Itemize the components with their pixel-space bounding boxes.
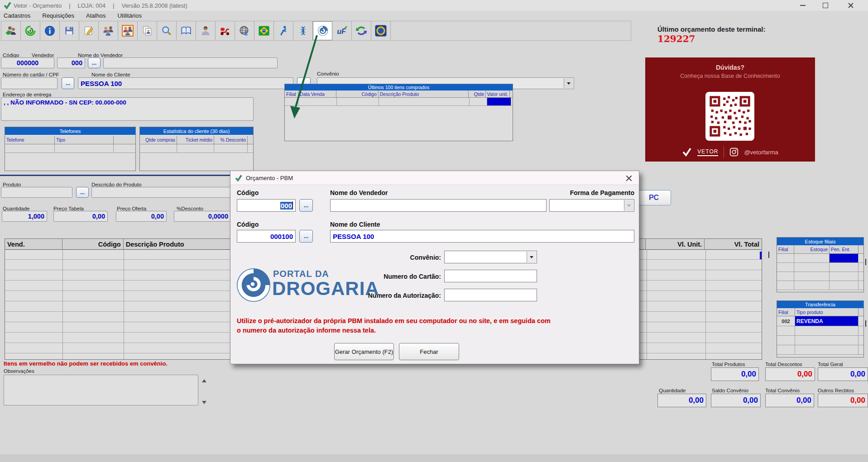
preco-tabela-field[interactable]: 0,00 bbox=[53, 211, 108, 222]
estoque-col-estoque[interactable]: Estoque bbox=[794, 245, 830, 253]
pc-button[interactable]: PC bbox=[637, 190, 671, 205]
toolbar-runner-button[interactable] bbox=[274, 21, 293, 40]
observacoes-textarea[interactable] bbox=[4, 375, 198, 405]
estoque-row[interactable] bbox=[777, 254, 863, 263]
vendedor-lookup-button[interactable]: ... bbox=[88, 57, 101, 68]
toolbar-delivery-button[interactable] bbox=[216, 21, 235, 40]
menu-requisicoes[interactable]: Requisições bbox=[42, 12, 74, 19]
items-col-descricao[interactable]: Descrição Produto bbox=[379, 90, 469, 97]
stats-col-qtde[interactable]: Qtde compras bbox=[140, 136, 177, 144]
toolbar-edit-button[interactable] bbox=[79, 21, 99, 40]
toolbar-brazil-button[interactable] bbox=[254, 21, 274, 40]
toolbar-search-button[interactable] bbox=[157, 21, 177, 40]
transfer-row[interactable]: 002 REVENDA bbox=[777, 316, 863, 326]
portal-drogaria-logo-icon bbox=[236, 267, 271, 303]
items-col-codigo[interactable]: Código bbox=[336, 90, 378, 97]
estoque-col-filial[interactable]: Filial bbox=[777, 245, 794, 253]
pbm-vendedor-code-field[interactable]: 000 bbox=[237, 199, 296, 212]
pbm-payment-combobox[interactable] bbox=[549, 199, 634, 212]
info-icon bbox=[44, 25, 56, 37]
pbm-convenio-dropdown-button[interactable] bbox=[527, 252, 536, 262]
grid-scroll-mark[interactable] bbox=[768, 252, 769, 258]
cliente-lookup-button[interactable]: ... bbox=[62, 77, 74, 89]
toolbar-epharma-button[interactable] bbox=[293, 21, 313, 40]
toolbar-funcional-button[interactable]: uF bbox=[332, 21, 352, 40]
obs-scroll-down-icon[interactable] bbox=[202, 401, 206, 404]
transfer-tipo-value: REVENDA bbox=[795, 316, 858, 326]
transfer-col-filial[interactable]: Filial bbox=[777, 308, 795, 316]
menu-cadastros[interactable]: Cadastros bbox=[4, 12, 30, 19]
pbm-card-field[interactable] bbox=[444, 270, 537, 282]
toolbar-clients-group-button[interactable] bbox=[99, 21, 118, 40]
toolbar-refresh-button[interactable] bbox=[352, 21, 371, 40]
pbm-client-lookup-button[interactable]: ... bbox=[299, 230, 313, 243]
maximize-button[interactable] bbox=[815, 0, 836, 11]
grid-col-codigo[interactable]: Código bbox=[62, 239, 124, 249]
estoque-row[interactable] bbox=[777, 263, 863, 272]
toolbar-clients-group-selected-button[interactable] bbox=[118, 21, 138, 40]
toolbar-globe-cart-button[interactable] bbox=[235, 21, 254, 40]
grid-col-vlunit[interactable]: Vl. Unit. bbox=[646, 239, 705, 249]
pbm-close-button[interactable]: Fechar bbox=[399, 343, 459, 360]
toolbar-save-button[interactable] bbox=[60, 21, 79, 40]
globe-cart-icon bbox=[239, 25, 250, 37]
quantidade-field[interactable]: 1,000 bbox=[2, 211, 47, 222]
items-col-qtde[interactable]: Qtde bbox=[469, 90, 486, 97]
codigo-field[interactable]: 000000 bbox=[1, 57, 54, 68]
produto-lookup-button[interactable]: ... bbox=[76, 187, 89, 198]
toolbar-headset-button[interactable] bbox=[21, 21, 40, 40]
close-button[interactable] bbox=[840, 0, 861, 11]
vendedor-field[interactable]: 000 bbox=[57, 57, 85, 68]
toolbar-catalog-button[interactable] bbox=[177, 21, 196, 40]
grid-col-vltotal[interactable]: Vl. Total bbox=[705, 239, 762, 249]
window-title: Vetor - Orçamento | LOJA: 004 | Versão 2… bbox=[14, 2, 187, 9]
menu-utilitarios[interactable]: Utilitários bbox=[117, 12, 141, 19]
toolbar-portal-drogaria-button[interactable] bbox=[313, 21, 332, 40]
pbm-modal-titlebar[interactable]: Orçamento - PBM bbox=[230, 171, 639, 185]
total-quantidade-label: Quantidade bbox=[659, 388, 686, 393]
menu-atalhos[interactable]: Atalhos bbox=[86, 12, 106, 19]
items-col-data[interactable]: Data Venda bbox=[298, 90, 336, 97]
pbm-auth-field[interactable] bbox=[444, 289, 537, 301]
transfer-row[interactable] bbox=[777, 345, 863, 355]
items-col-filial[interactable]: Filial bbox=[285, 90, 298, 97]
phones-col-telefone[interactable]: Telefone bbox=[5, 136, 55, 144]
stats-empty-row[interactable] bbox=[140, 144, 253, 153]
knowledge-base-panel[interactable]: Dúvidas? Conheça nossa Base de Conhecime… bbox=[645, 57, 815, 162]
desconto-field[interactable]: 0,0000 bbox=[174, 211, 231, 222]
toolbar-vidalink-button[interactable] bbox=[371, 21, 391, 40]
grid-col-vend[interactable]: Vend. bbox=[5, 239, 62, 249]
items-empty-row[interactable] bbox=[285, 98, 513, 106]
stats-col-desconto[interactable]: % Desconto bbox=[214, 136, 248, 144]
items-col-valor[interactable]: Valor unit. bbox=[486, 90, 510, 97]
pbm-client-name-field[interactable]: PESSOA 100 bbox=[330, 230, 634, 243]
nome-vendedor-field[interactable] bbox=[103, 57, 278, 68]
cartao-field[interactable] bbox=[1, 77, 58, 89]
toolbar-copy-record-button[interactable] bbox=[138, 21, 157, 40]
preco-oferta-field[interactable]: 0,00 bbox=[116, 211, 167, 222]
pbm-generate-button[interactable]: Gerar Orçamento (F2) bbox=[334, 343, 394, 360]
transfer-row[interactable] bbox=[777, 336, 863, 345]
estoque-col-pen[interactable]: Pen. Ent. bbox=[830, 245, 858, 253]
nome-cliente-field[interactable]: PESSOA 100 bbox=[78, 77, 293, 89]
pbm-vendedor-name-field[interactable] bbox=[330, 199, 547, 212]
produto-field[interactable] bbox=[1, 187, 72, 198]
pbm-payment-dropdown-button[interactable] bbox=[624, 200, 633, 211]
stats-col-ticket[interactable]: Ticket médio bbox=[177, 136, 214, 144]
pbm-convenio-combobox[interactable] bbox=[444, 251, 537, 263]
estoque-row[interactable] bbox=[777, 272, 863, 281]
estoque-row[interactable] bbox=[777, 281, 863, 290]
toolbar-info-button[interactable] bbox=[40, 21, 60, 40]
transfer-row[interactable] bbox=[777, 326, 863, 336]
pbm-client-code-field[interactable]: 000100 bbox=[237, 230, 296, 243]
pbm-vendedor-lookup-button[interactable]: ... bbox=[299, 199, 313, 212]
obs-scroll-up-icon[interactable] bbox=[202, 379, 206, 382]
phones-empty-row[interactable] bbox=[5, 144, 135, 153]
pbm-modal-close-button[interactable] bbox=[623, 173, 634, 184]
phones-col-tipo[interactable]: Tipo bbox=[55, 136, 114, 144]
toolbar-person-button[interactable] bbox=[196, 21, 216, 40]
convenio-dropdown-button[interactable] bbox=[564, 78, 573, 88]
transfer-col-tipo[interactable]: Tipo produto bbox=[795, 308, 858, 316]
minimize-button[interactable] bbox=[792, 0, 813, 11]
toolbar-add-client-button[interactable] bbox=[1, 21, 21, 40]
